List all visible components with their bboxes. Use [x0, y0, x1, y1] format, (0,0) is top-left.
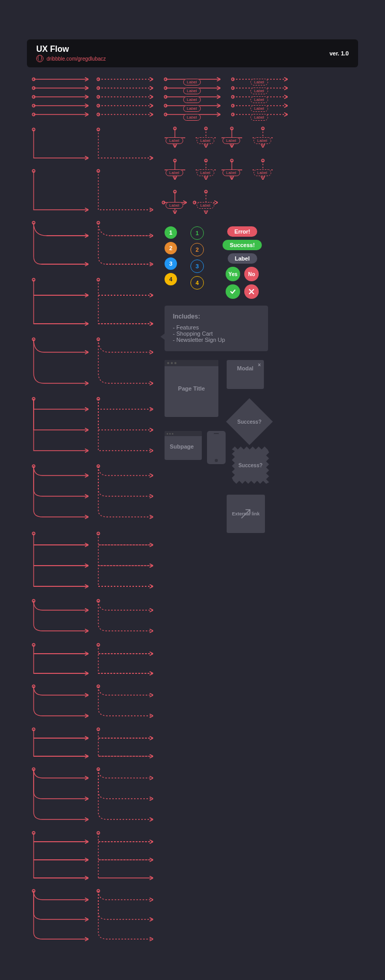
badge-3: 3	[165, 257, 177, 270]
includes-item: - Newsletter Sign Up	[173, 337, 260, 343]
connector-label: Label	[197, 135, 214, 144]
stamp-element[interactable]: Success?	[232, 446, 269, 484]
badge-3-outline: 3	[190, 260, 204, 273]
connector-label: Label	[197, 199, 214, 209]
connector-label: Label	[223, 135, 240, 144]
connector-label: Label	[183, 111, 201, 121]
connector-label: Label	[166, 135, 183, 144]
connector-label: Label	[197, 167, 214, 176]
connector-label: Label	[250, 111, 268, 121]
status-pills: Error! Success! Label Yes No	[223, 226, 262, 299]
connector-label: Label	[250, 85, 268, 94]
connector-label: Label	[183, 76, 201, 85]
connector-label: Label	[183, 94, 201, 103]
error-pill: Error!	[227, 226, 258, 237]
connectors-svg	[0, 0, 385, 980]
connector-label: Label	[166, 199, 183, 209]
connector-label: Label	[183, 103, 201, 112]
success-pill: Success!	[223, 240, 262, 250]
connector-label: Label	[254, 167, 271, 176]
includes-card: Includes: - Features - Shopping Cart - N…	[165, 306, 268, 351]
connector-label: Label	[250, 103, 268, 112]
badge-2: 2	[165, 242, 177, 254]
number-badges-filled: 1 2 3 4	[165, 226, 177, 285]
external-link-element[interactable]: External link	[227, 495, 265, 533]
badge-4-outline: 4	[190, 276, 204, 290]
check-icon[interactable]	[226, 284, 240, 299]
close-icon[interactable]: ×	[258, 362, 261, 368]
badge-1: 1	[165, 226, 177, 239]
arrow-icon	[239, 507, 253, 521]
includes-item: - Features	[173, 324, 260, 330]
connector-label: Label	[166, 167, 183, 176]
connector-label: Label	[250, 94, 268, 103]
yes-button[interactable]: Yes	[226, 267, 240, 281]
connector-label: Label	[183, 85, 201, 94]
connector-label: Label	[223, 167, 240, 176]
modal-element[interactable]: Modal ×	[227, 360, 264, 389]
phone-element[interactable]	[207, 431, 226, 464]
no-button[interactable]: No	[244, 267, 259, 281]
subpage-element[interactable]: Subpage	[165, 431, 202, 460]
connector-label: Label	[250, 76, 268, 85]
number-badges-outlined: 1 2 3 4	[190, 226, 204, 290]
badge-2-outline: 2	[190, 243, 204, 256]
badge-4: 4	[165, 273, 177, 285]
page-element[interactable]: Page Title	[165, 360, 218, 417]
label-pill: Label	[228, 253, 257, 264]
includes-item: - Shopping Cart	[173, 330, 260, 337]
badge-1-outline: 1	[190, 226, 204, 240]
close-icon[interactable]	[244, 284, 259, 299]
connector-label: Label	[254, 135, 271, 144]
includes-title: Includes:	[173, 313, 260, 320]
